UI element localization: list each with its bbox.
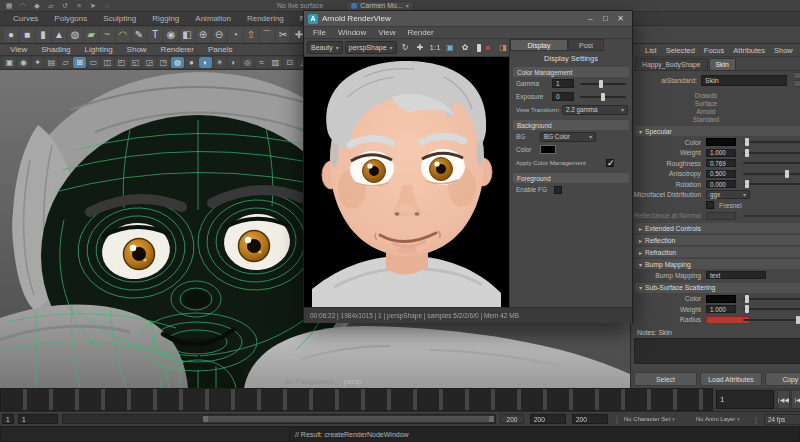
- window-titlebar[interactable]: A Arnold RenderView – □ ✕: [304, 11, 632, 27]
- spec-color-slider[interactable]: [743, 141, 800, 143]
- microfacet-dropdown[interactable]: ggx: [706, 190, 750, 199]
- shelf-tab[interactable]: Animation: [188, 13, 238, 24]
- shaded-icon[interactable]: ●: [185, 57, 198, 68]
- stop-render-icon[interactable]: ■: [482, 41, 495, 54]
- rendered-image[interactable]: [304, 57, 509, 307]
- renderview-menu-item[interactable]: Render: [403, 28, 439, 37]
- cone-icon[interactable]: ▲: [52, 28, 66, 42]
- anim-start-field[interactable]: 1: [2, 414, 14, 424]
- shelf-tab[interactable]: Sculpting: [96, 13, 143, 24]
- notes-header[interactable]: Notes: Skin: [637, 329, 800, 336]
- gamma-field[interactable]: 1: [552, 79, 574, 88]
- curve-icon[interactable]: ~: [100, 28, 114, 42]
- playback-end-field[interactable]: 200: [530, 414, 566, 424]
- mirror-icon[interactable]: ◧: [180, 28, 194, 42]
- maximize-button[interactable]: □: [598, 12, 613, 26]
- film-gate-icon[interactable]: ▭: [87, 57, 100, 68]
- renderview-menu-item[interactable]: File: [308, 28, 331, 37]
- arc-icon[interactable]: ◠: [116, 28, 130, 42]
- snap-point-icon[interactable]: ◆: [32, 1, 42, 11]
- view-transform-dropdown[interactable]: 2.2 gamma: [562, 105, 628, 115]
- section-bump-mapping[interactable]: Bump Mapping: [635, 259, 800, 269]
- camera-attributes-icon[interactable]: ✦: [31, 57, 44, 68]
- pencil-icon[interactable]: ✎: [132, 28, 146, 42]
- shelf-tab[interactable]: Rendering: [240, 13, 291, 24]
- ae-action-button[interactable]: Load Attributes: [700, 372, 763, 386]
- wireframe-icon[interactable]: ◍: [171, 57, 184, 68]
- region-render-icon[interactable]: ▣: [444, 41, 457, 54]
- spec-weight-slider[interactable]: [743, 152, 800, 154]
- foreground-header[interactable]: Foreground: [513, 173, 629, 183]
- attribute-editor-menu-item[interactable]: List: [641, 46, 661, 55]
- shelf-tab[interactable]: Polygons: [47, 13, 94, 24]
- ambient-occlusion-icon[interactable]: ◎: [241, 57, 254, 68]
- sss-color-swatch[interactable]: [706, 295, 736, 303]
- time-slider[interactable]: [0, 388, 713, 411]
- lock-camera-icon[interactable]: ◉: [17, 57, 30, 68]
- attribute-editor-menu-item[interactable]: Show: [770, 46, 797, 55]
- viewport-menu-item[interactable]: Shading: [35, 45, 76, 54]
- cylinder-icon[interactable]: ▮: [36, 28, 50, 42]
- presets-button[interactable]: Presets: [793, 80, 800, 87]
- image-plane-icon[interactable]: ▱: [59, 57, 72, 68]
- select-camera-icon[interactable]: ▣: [3, 57, 16, 68]
- sss-color-slider[interactable]: [743, 298, 800, 300]
- motion-blur-icon[interactable]: ≈: [255, 57, 268, 68]
- viewport-menu-item[interactable]: Renderer: [155, 45, 200, 54]
- node-name-field[interactable]: Skin: [701, 75, 787, 86]
- snap-plane-icon[interactable]: ▱: [46, 1, 56, 11]
- background-header[interactable]: Background: [513, 120, 629, 130]
- xray-icon[interactable]: ⊡: [283, 57, 296, 68]
- snap-curve-icon[interactable]: ◠: [18, 1, 28, 11]
- section-sub-surface-scattering[interactable]: Sub-Surface Scattering: [635, 283, 800, 293]
- field-chart-icon[interactable]: ◱: [129, 57, 142, 68]
- shelf-tab[interactable]: Curves: [6, 13, 45, 24]
- shadows-icon[interactable]: ◗: [227, 57, 240, 68]
- notes-area[interactable]: [634, 338, 800, 364]
- character-set-dropdown[interactable]: No Character Set: [624, 414, 690, 424]
- transport-button[interactable]: |◀◀: [777, 390, 790, 409]
- safe-action-icon[interactable]: ◲: [143, 57, 156, 68]
- attribute-editor-menu-item[interactable]: Attributes: [729, 46, 769, 55]
- exposure-slider[interactable]: [580, 96, 626, 98]
- minimize-button[interactable]: –: [583, 12, 598, 26]
- lasso-icon[interactable]: ◌: [102, 1, 112, 11]
- bookmark-icon[interactable]: ▤: [45, 57, 58, 68]
- torus-icon[interactable]: ◍: [68, 28, 82, 42]
- enable-fg-checkbox[interactable]: [554, 186, 562, 194]
- focus-button[interactable]: Focus: [793, 72, 800, 79]
- range-slider[interactable]: [62, 414, 496, 424]
- history-icon[interactable]: ↺: [60, 1, 70, 11]
- node-tab[interactable]: Happy_BodyShape: [635, 58, 708, 70]
- sphere-icon[interactable]: ●: [4, 28, 18, 42]
- range-end-tag[interactable]: 200: [500, 414, 524, 424]
- attribute-editor-menu-item[interactable]: Focus: [700, 46, 728, 55]
- gate-mask-icon[interactable]: ◰: [115, 57, 128, 68]
- aov-toggle-icon[interactable]: ◨: [497, 41, 510, 54]
- boolean-icon[interactable]: ◉: [164, 28, 178, 42]
- separate-icon[interactable]: ⊖: [212, 28, 226, 42]
- gamma-slider[interactable]: [580, 83, 626, 85]
- exposure-field[interactable]: 0: [552, 92, 574, 101]
- textured-icon[interactable]: ◐: [199, 57, 212, 68]
- node-tab[interactable]: Skin: [709, 58, 736, 70]
- plane-icon[interactable]: ▰: [84, 28, 98, 42]
- collapsed-section[interactable]: Refraction: [635, 247, 800, 257]
- spec-rotation-slider[interactable]: [743, 183, 800, 185]
- attribute-editor-menu-item[interactable]: Selected: [662, 46, 699, 55]
- lighting-icon[interactable]: ☀: [213, 57, 226, 68]
- one-to-one-icon[interactable]: 1:1: [429, 41, 442, 54]
- fresnel-checkbox[interactable]: [706, 201, 714, 209]
- shelf-tab[interactable]: Rigging: [145, 13, 186, 24]
- bridge-icon[interactable]: ⌒: [260, 28, 274, 42]
- renderview-panel-tab[interactable]: Post: [568, 39, 604, 51]
- bg-mode-dropdown[interactable]: BG Color: [540, 132, 596, 142]
- spec-anisotropy-slider[interactable]: [743, 173, 800, 175]
- fps-dropdown[interactable]: 24 fps: [764, 414, 800, 425]
- view-grid-icon[interactable]: ⊞: [73, 57, 86, 68]
- anti-alias-icon[interactable]: ▨: [269, 57, 282, 68]
- resolution-gate-icon[interactable]: ◫: [101, 57, 114, 68]
- viewport-menu-item[interactable]: Panels: [202, 45, 238, 54]
- color-management-header[interactable]: Color Management: [513, 67, 629, 77]
- list-icon[interactable]: ≡: [74, 1, 84, 11]
